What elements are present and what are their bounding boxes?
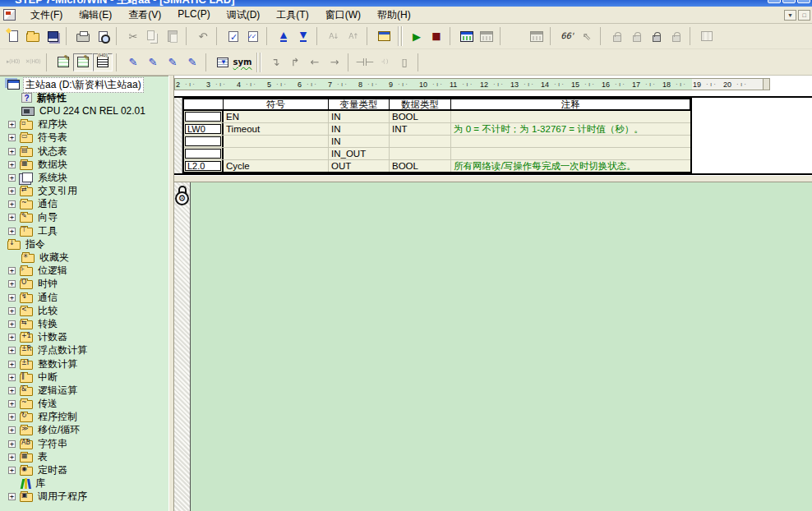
edit-symbol-button[interactable]: ✎ [143,53,163,71]
expand-plus-box[interactable]: + [8,294,16,302]
menu-查看[interactable]: 查看(V) [120,7,169,24]
tree-item-程序块[interactable]: +▫程序块 [0,118,168,131]
minimize-window-button[interactable]: ▼ [784,10,796,21]
toggle-pou-comments-button[interactable] [53,53,73,71]
expand-plus-box[interactable]: + [8,493,16,500]
tree-item-逻辑运算[interactable]: +&逻辑运算 [0,384,168,397]
expand-plus-box[interactable]: + [8,374,16,381]
print-button[interactable] [73,27,93,45]
tree-item-指令[interactable]: ↓指令 [0,237,168,251]
compile-all-button[interactable] [243,27,263,45]
read-all-button[interactable]: 66' [557,27,577,45]
tree-item-位逻辑[interactable]: +⊦位逻辑 [0,265,168,278]
expand-plus-box[interactable]: + [8,400,16,407]
tree-item-转换[interactable]: +⇆转换 [0,317,168,330]
program-status-button[interactable] [457,27,477,45]
cell-address[interactable] [184,136,224,147]
expand-plus-box[interactable]: + [8,426,16,434]
cell-dt[interactable]: BOOL [390,111,451,122]
open-button[interactable] [23,27,43,45]
cell-cm[interactable] [451,111,690,122]
expand-plus-box[interactable]: + [8,134,16,141]
cell-address[interactable]: LW0 [184,123,224,135]
restore-window-button[interactable]: □ [798,10,810,21]
tree-item-字符串[interactable]: +AB字符串 [0,437,168,450]
tree-item-计数器[interactable]: ++1计数器 [0,331,168,344]
expand-plus-box[interactable]: + [8,453,16,461]
insert-symbol-button[interactable]: ✎ [123,53,143,71]
expand-plus-box[interactable]: + [8,334,16,341]
menu-帮助[interactable]: 帮助(H) [369,7,419,24]
vertical-splitter[interactable] [168,76,174,511]
compile-button[interactable] [224,27,243,45]
expand-plus-box[interactable]: + [8,161,16,168]
expand-plus-box[interactable]: + [8,280,16,288]
toggle-symbolic-addressing-button[interactable]: sym [233,53,252,71]
tree-item-调用子程序[interactable]: +▣调用子程序 [0,490,168,504]
tree-item-移位循环[interactable]: +≫移位/循环 [0,424,168,437]
cell-sym[interactable]: EN [224,111,329,122]
tree-item-交叉引用[interactable]: +⇄交叉引用 [0,185,168,198]
window-control-buttons[interactable] [768,0,810,3]
tree-item-CPU224CNREL0201[interactable]: CPU 224 CN REL 02.01 [0,104,168,117]
cell-sym[interactable] [224,148,329,159]
tree-item-整数计算[interactable]: +±I整数计算 [0,357,168,371]
cell-cm[interactable] [451,136,690,147]
tree-item-传送[interactable]: +~传送 [0,398,168,411]
tree-item-程序控制[interactable]: +↻程序控制 [0,411,168,424]
stop-button[interactable]: ■ [427,27,446,45]
run-button[interactable]: ▶ [407,27,427,45]
tree-item-状态表[interactable]: +▤状态表 [0,145,168,158]
tree-item-中断[interactable]: +‖中断 [0,371,168,384]
expand-plus-box[interactable]: + [8,307,16,315]
menu-编辑[interactable]: 编辑(E) [71,7,120,24]
symbol-table-filter-button[interactable] [213,53,233,71]
cell-dt[interactable] [390,148,451,159]
expand-plus-box[interactable]: + [8,347,16,354]
tree-item-新特性[interactable]: ?新特性 [0,91,168,104]
cell-dt[interactable]: INT [390,123,451,135]
menu-文件[interactable]: 文件(F) [22,7,71,24]
cell-address[interactable]: L2.0 [184,160,224,172]
cell-sym[interactable]: Timeout [224,123,329,135]
tree-item-库[interactable]: 库 [0,477,168,490]
lad-editor-canvas[interactable]: ⚙ [174,182,812,511]
tree-item-通信[interactable]: +↯通信 [0,291,168,304]
expand-plus-box[interactable]: + [8,413,16,421]
tree-item-数据块[interactable]: +▦数据块 [0,158,168,171]
tree-item-定时器[interactable]: +◉定时器 [0,463,168,476]
menu-窗口[interactable]: 窗口(W) [317,7,369,24]
cell-sym[interactable]: Cycle [224,160,329,172]
expand-plus-box[interactable]: + [8,467,16,474]
tree-item-比较[interactable]: +<比较 [0,304,168,317]
menu-调试[interactable]: 调试(D) [219,7,269,24]
expand-plus-box[interactable]: + [8,200,16,208]
expand-plus-box[interactable]: + [8,174,16,182]
tree-item-系统块[interactable]: +系统块 [0,171,168,184]
toggle-symbol-info-table-button[interactable] [93,53,113,71]
cell-sym[interactable] [224,136,329,147]
cell-cm[interactable]: 为 0 = 不计时；为 1-32767 = 计时值（秒）。 [451,123,690,135]
update-symbol-button[interactable]: ✎ [163,53,182,71]
delete-symbol-button[interactable]: ✎ [182,53,202,71]
menu-工具[interactable]: 工具(T) [268,7,316,24]
cell-dt[interactable]: BOOL [390,160,451,172]
cell-vt[interactable]: OUT [329,160,390,172]
upload-button[interactable]: ▲ [274,27,293,45]
expand-plus-box[interactable]: + [8,187,16,195]
cell-cm[interactable] [451,148,690,159]
app-icon[interactable] [3,9,16,21]
cell-cm[interactable]: 所有网络读/写操作每完成一次时切换状态。 [451,160,690,172]
tree-item-表[interactable]: +▦表 [0,450,168,463]
expand-plus-box[interactable]: + [8,214,16,221]
cell-vt[interactable]: IN_OUT [329,148,390,159]
cell-vt[interactable]: IN [329,111,390,122]
expand-plus-box[interactable]: + [8,148,16,155]
force-dropdown-button[interactable] [647,27,667,45]
options-button[interactable] [374,27,394,45]
download-button[interactable]: ▼ [293,27,313,45]
cell-vt[interactable]: IN [329,136,390,147]
cell-address[interactable] [184,111,224,122]
tree-item-工具[interactable]: +⊤工具 [0,224,168,237]
tree-item-时钟[interactable]: +O时钟 [0,278,168,291]
